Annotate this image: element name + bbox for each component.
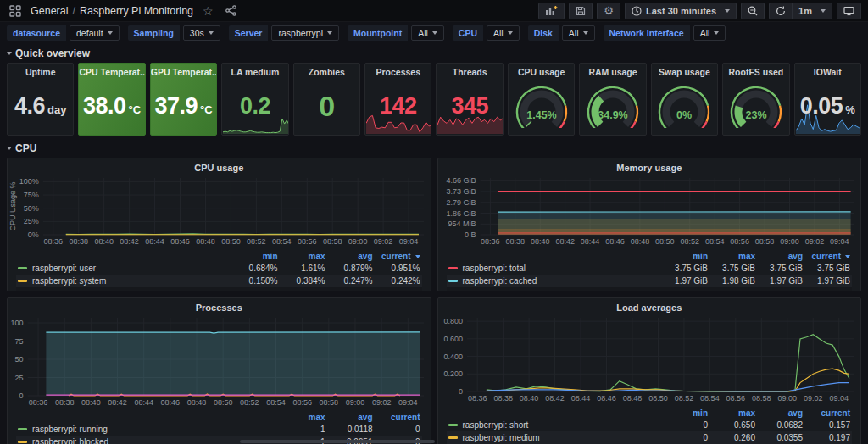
chevron-down-icon bbox=[508, 31, 513, 35]
panel-title: Uptime bbox=[8, 64, 73, 77]
stat-panel-cpu-temperat[interactable]: CPU Temperat...38.0°C bbox=[78, 63, 145, 136]
chevron-down-icon bbox=[432, 31, 437, 35]
legend-header-min[interactable]: min bbox=[232, 251, 280, 262]
refresh-interval-dropdown[interactable]: 1m bbox=[792, 3, 832, 19]
legend-header-avg[interactable]: avg bbox=[327, 251, 375, 262]
legend-header-avg[interactable]: avg bbox=[327, 412, 375, 423]
svg-text:0%: 0% bbox=[676, 109, 692, 121]
svg-text:09:00: 09:00 bbox=[346, 398, 365, 407]
variable-value-dropdown[interactable]: default bbox=[70, 25, 120, 41]
svg-text:08:56: 08:56 bbox=[730, 237, 749, 246]
dashboard-settings-button[interactable]: ⚙ bbox=[597, 3, 620, 19]
panel-title: Swap usage bbox=[652, 64, 717, 77]
svg-text:08:56: 08:56 bbox=[298, 237, 317, 246]
legend-header-avg[interactable]: avg bbox=[757, 251, 804, 262]
legend-header-current[interactable]: current bbox=[375, 412, 422, 423]
kiosk-tv-button[interactable] bbox=[837, 3, 861, 19]
legend-header-max[interactable]: max bbox=[709, 251, 757, 262]
legend-table: minmaxavgcurrentraspberrypi: user0.684%1… bbox=[16, 251, 422, 291]
svg-text:09:04: 09:04 bbox=[829, 394, 849, 402]
svg-text:09:02: 09:02 bbox=[372, 398, 392, 407]
stat-unit: °C bbox=[200, 103, 213, 116]
chart-plot[interactable]: 08:3608:3808:4008:4208:4408:4608:4808:50… bbox=[438, 173, 861, 247]
legend-header-max[interactable]: max bbox=[709, 408, 757, 419]
legend-series-name[interactable]: raspberrypi: user bbox=[16, 262, 232, 275]
section-header-quick-overview[interactable]: Quick overview bbox=[0, 44, 868, 61]
stat-panel-swap-usage[interactable]: Swap usage0% bbox=[651, 63, 718, 136]
stat-panel-processes[interactable]: Processes142 bbox=[364, 63, 431, 136]
refresh-button[interactable] bbox=[769, 3, 792, 19]
legend-value: 0.247% bbox=[327, 275, 375, 287]
stat-panel-threads[interactable]: Threads345 bbox=[436, 63, 503, 136]
stat-panel-gpu-temperat[interactable]: GPU Temperat...37.9°C bbox=[150, 63, 217, 136]
legend-header-avg[interactable]: avg bbox=[757, 408, 804, 419]
svg-text:4.66 GiB: 4.66 GiB bbox=[446, 176, 476, 185]
zoom-out-time-button[interactable] bbox=[741, 3, 765, 19]
stat-panel-la-medium[interactable]: LA medium0.2 bbox=[221, 63, 288, 136]
breadcrumb-section[interactable]: General bbox=[31, 5, 68, 17]
variable-value-dropdown[interactable]: All bbox=[693, 25, 726, 41]
stat-panel-iowait[interactable]: IOWait0.05% bbox=[794, 63, 861, 136]
variable-value-dropdown[interactable]: All bbox=[487, 25, 520, 41]
time-range-label: Last 30 minutes bbox=[646, 6, 716, 16]
panel-title[interactable]: CPU usage bbox=[8, 158, 431, 173]
panel-load-averages: Load averages 08:3608:3808:4008:4208:440… bbox=[437, 297, 862, 444]
legend-series-name[interactable]: raspberrypi: cached bbox=[447, 275, 663, 287]
svg-text:1.45%: 1.45% bbox=[526, 109, 556, 121]
chart-plot[interactable]: 08:3608:3808:4008:4208:4408:4608:4808:50… bbox=[8, 313, 431, 408]
stat-panel-rootfs-used[interactable]: RootFS used23% bbox=[722, 63, 789, 136]
svg-text:0: 0 bbox=[19, 391, 24, 400]
legend-header-min[interactable]: min bbox=[662, 408, 709, 419]
svg-text:0%: 0% bbox=[28, 230, 39, 239]
legend-header-current[interactable]: current bbox=[804, 251, 852, 262]
series-color-swatch bbox=[18, 428, 27, 430]
legend-header-current[interactable]: current bbox=[804, 408, 852, 419]
legend-header-max[interactable]: max bbox=[280, 412, 327, 423]
panel-title[interactable]: Load averages bbox=[438, 298, 861, 313]
panel-title[interactable]: Processes bbox=[8, 298, 431, 313]
legend-series-name[interactable]: raspberrypi: running bbox=[16, 423, 280, 436]
legend-series-name[interactable]: raspberrypi: total bbox=[447, 262, 663, 275]
legend-series-name[interactable]: raspberrypi: short bbox=[447, 419, 663, 431]
legend-series-name[interactable]: raspberrypi: system bbox=[16, 275, 232, 287]
svg-text:08:36: 08:36 bbox=[467, 394, 487, 402]
variable-cpu: CPU All bbox=[453, 25, 520, 41]
variable-value-dropdown[interactable]: raspberrypi bbox=[271, 25, 339, 41]
add-panel-button[interactable] bbox=[538, 3, 565, 19]
legend-header-current[interactable]: current bbox=[375, 251, 422, 262]
chart-plot[interactable]: 08:3608:3808:4008:4208:4408:4608:4808:50… bbox=[8, 173, 431, 247]
stat-panel-zombies[interactable]: Zombies0 bbox=[293, 63, 360, 136]
time-range-picker[interactable]: Last 30 minutes bbox=[625, 3, 737, 19]
panel-title: CPU Temperat... bbox=[79, 64, 144, 77]
panel-title[interactable]: Memory usage bbox=[438, 158, 861, 173]
section-header-cpu[interactable]: CPU bbox=[0, 136, 868, 156]
svg-text:CPU Usage %: CPU Usage % bbox=[8, 181, 17, 230]
stat-value: 0 bbox=[319, 90, 334, 123]
gauge: 1.45% bbox=[509, 84, 574, 128]
panel-title: IOWait bbox=[795, 64, 860, 77]
legend-header-max[interactable]: max bbox=[280, 251, 327, 262]
svg-text:08:48: 08:48 bbox=[630, 237, 649, 246]
legend-value: 0.150% bbox=[232, 275, 280, 287]
stat-panel-cpu-usage[interactable]: CPU usage1.45% bbox=[508, 63, 575, 136]
stat-panel-ram-usage[interactable]: RAM usage34.9% bbox=[579, 63, 646, 136]
chevron-down-icon bbox=[108, 31, 113, 35]
chart-plot[interactable]: 08:3608:3808:4008:4208:4408:4608:4808:50… bbox=[438, 313, 861, 404]
horizontal-scrollbar-thumb[interactable] bbox=[240, 440, 435, 443]
variable-disk: Disk All bbox=[528, 25, 595, 41]
dashboards-grid-icon[interactable] bbox=[7, 3, 24, 19]
variable-value-dropdown[interactable]: All bbox=[411, 25, 444, 41]
share-icon[interactable] bbox=[223, 3, 239, 18]
variable-label: datasource bbox=[7, 25, 66, 41]
svg-text:08:56: 08:56 bbox=[726, 394, 745, 402]
panel-memory-usage: Memory usage 08:3608:3808:4008:4208:4408… bbox=[437, 158, 862, 291]
svg-text:08:52: 08:52 bbox=[240, 398, 259, 407]
legend-value: 3.75 GiB bbox=[709, 262, 757, 275]
stat-panel-uptime[interactable]: Uptime4.6day bbox=[7, 63, 74, 136]
save-dashboard-button[interactable] bbox=[569, 3, 593, 19]
legend-series-name[interactable]: raspberrypi: medium bbox=[447, 431, 663, 444]
variable-value-dropdown[interactable]: 30s bbox=[183, 25, 220, 41]
variable-value-dropdown[interactable]: All bbox=[562, 25, 595, 41]
favorite-star-icon[interactable]: ☆ bbox=[200, 3, 216, 19]
legend-header-min[interactable]: min bbox=[662, 251, 709, 262]
